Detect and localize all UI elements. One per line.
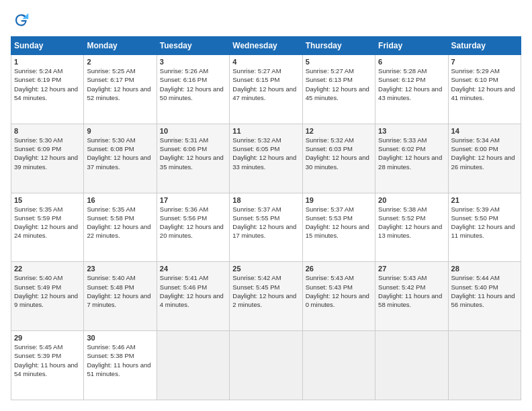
- calendar-cell: 17Sunrise: 5:36 AMSunset: 5:56 PMDayligh…: [157, 193, 229, 262]
- day-number: 21: [451, 196, 518, 204]
- calendar-cell: [302, 331, 375, 400]
- calendar-cell: 1Sunrise: 5:24 AMSunset: 6:19 PMDaylight…: [11, 55, 84, 124]
- day-number: 14: [451, 127, 518, 135]
- day-number: 29: [14, 334, 81, 342]
- calendar-cell: 10Sunrise: 5:31 AMSunset: 6:06 PMDayligh…: [157, 124, 229, 193]
- calendar-cell: 15Sunrise: 5:35 AMSunset: 5:59 PMDayligh…: [11, 193, 84, 262]
- calendar-cell: 24Sunrise: 5:41 AMSunset: 5:46 PMDayligh…: [157, 262, 229, 331]
- day-number: 6: [378, 58, 445, 66]
- day-number: 28: [451, 265, 518, 273]
- day-number: 9: [87, 127, 153, 135]
- day-info: Sunrise: 5:29 AMSunset: 6:10 PMDaylight:…: [451, 66, 518, 102]
- calendar-cell: [375, 331, 448, 400]
- day-number: 5: [306, 58, 372, 66]
- day-number: 12: [306, 127, 372, 135]
- day-number: 18: [232, 196, 299, 204]
- calendar-cell: 25Sunrise: 5:42 AMSunset: 5:45 PMDayligh…: [230, 262, 302, 331]
- weekday-header: Tuesday: [157, 37, 229, 55]
- logo: [11, 11, 32, 30]
- day-info: Sunrise: 5:32 AMSunset: 6:03 PMDaylight:…: [306, 136, 372, 171]
- day-info: Sunrise: 5:43 AMSunset: 5:42 PMDaylight:…: [378, 273, 445, 309]
- day-info: Sunrise: 5:24 AMSunset: 6:19 PMDaylight:…: [14, 66, 81, 102]
- day-number: 11: [232, 127, 299, 135]
- calendar-cell: 27Sunrise: 5:43 AMSunset: 5:42 PMDayligh…: [375, 262, 448, 331]
- day-number: 23: [87, 265, 153, 273]
- calendar-cell: [448, 331, 521, 400]
- day-info: Sunrise: 5:39 AMSunset: 5:50 PMDaylight:…: [451, 205, 518, 240]
- calendar-cell: 12Sunrise: 5:32 AMSunset: 6:03 PMDayligh…: [302, 124, 375, 193]
- calendar-cell: 11Sunrise: 5:32 AMSunset: 6:05 PMDayligh…: [230, 124, 302, 193]
- calendar-cell: 5Sunrise: 5:27 AMSunset: 6:13 PMDaylight…: [302, 55, 375, 124]
- day-info: Sunrise: 5:30 AMSunset: 6:08 PMDaylight:…: [87, 136, 153, 171]
- day-number: 25: [232, 265, 299, 273]
- day-info: Sunrise: 5:45 AMSunset: 5:39 PMDaylight:…: [14, 342, 81, 378]
- calendar-cell: 8Sunrise: 5:30 AMSunset: 6:09 PMDaylight…: [11, 124, 84, 193]
- calendar-table: SundayMondayTuesdayWednesdayThursdayFrid…: [11, 36, 521, 400]
- day-number: 26: [306, 265, 372, 273]
- calendar-cell: 6Sunrise: 5:28 AMSunset: 6:12 PMDaylight…: [375, 55, 448, 124]
- calendar-cell: [230, 331, 302, 400]
- calendar-cell: 16Sunrise: 5:35 AMSunset: 5:58 PMDayligh…: [84, 193, 157, 262]
- weekday-header: Wednesday: [230, 37, 302, 55]
- calendar-cell: 26Sunrise: 5:43 AMSunset: 5:43 PMDayligh…: [302, 262, 375, 331]
- day-number: 20: [378, 196, 445, 204]
- day-number: 1: [14, 58, 81, 66]
- day-info: Sunrise: 5:27 AMSunset: 6:13 PMDaylight:…: [306, 66, 372, 102]
- day-number: 8: [14, 127, 81, 135]
- day-number: 24: [160, 265, 226, 273]
- day-info: Sunrise: 5:41 AMSunset: 5:46 PMDaylight:…: [160, 273, 226, 309]
- calendar-cell: 13Sunrise: 5:33 AMSunset: 6:02 PMDayligh…: [375, 124, 448, 193]
- day-number: 13: [378, 127, 445, 135]
- calendar-cell: 18Sunrise: 5:37 AMSunset: 5:55 PMDayligh…: [230, 193, 302, 262]
- day-info: Sunrise: 5:40 AMSunset: 5:49 PMDaylight:…: [14, 273, 81, 309]
- calendar-cell: 23Sunrise: 5:40 AMSunset: 5:48 PMDayligh…: [84, 262, 157, 331]
- calendar-cell: [157, 331, 229, 400]
- day-info: Sunrise: 5:27 AMSunset: 6:15 PMDaylight:…: [232, 66, 299, 102]
- day-info: Sunrise: 5:31 AMSunset: 6:06 PMDaylight:…: [160, 136, 226, 171]
- day-info: Sunrise: 5:42 AMSunset: 5:45 PMDaylight:…: [232, 273, 299, 309]
- day-info: Sunrise: 5:28 AMSunset: 6:12 PMDaylight:…: [378, 66, 445, 102]
- day-number: 19: [306, 196, 372, 204]
- weekday-header: Sunday: [11, 37, 84, 55]
- calendar-cell: 3Sunrise: 5:26 AMSunset: 6:16 PMDaylight…: [157, 55, 229, 124]
- day-number: 3: [160, 58, 226, 66]
- day-number: 22: [14, 265, 81, 273]
- calendar-cell: 2Sunrise: 5:25 AMSunset: 6:17 PMDaylight…: [84, 55, 157, 124]
- day-info: Sunrise: 5:37 AMSunset: 5:55 PMDaylight:…: [232, 205, 299, 240]
- weekday-header: Monday: [84, 37, 157, 55]
- day-number: 7: [451, 58, 518, 66]
- day-info: Sunrise: 5:46 AMSunset: 5:38 PMDaylight:…: [87, 342, 153, 378]
- calendar-cell: 22Sunrise: 5:40 AMSunset: 5:49 PMDayligh…: [11, 262, 84, 331]
- day-info: Sunrise: 5:40 AMSunset: 5:48 PMDaylight:…: [87, 273, 153, 309]
- calendar-cell: 30Sunrise: 5:46 AMSunset: 5:38 PMDayligh…: [84, 331, 157, 400]
- day-number: 27: [378, 265, 445, 273]
- day-number: 2: [87, 58, 153, 66]
- calendar-cell: 7Sunrise: 5:29 AMSunset: 6:10 PMDaylight…: [448, 55, 521, 124]
- calendar-week-row: 22Sunrise: 5:40 AMSunset: 5:49 PMDayligh…: [11, 262, 521, 331]
- calendar-week-row: 8Sunrise: 5:30 AMSunset: 6:09 PMDaylight…: [11, 124, 521, 193]
- calendar-cell: 21Sunrise: 5:39 AMSunset: 5:50 PMDayligh…: [448, 193, 521, 262]
- day-info: Sunrise: 5:36 AMSunset: 5:56 PMDaylight:…: [160, 205, 226, 240]
- day-number: 15: [14, 196, 81, 204]
- weekday-header: Thursday: [302, 37, 375, 55]
- day-info: Sunrise: 5:32 AMSunset: 6:05 PMDaylight:…: [232, 136, 299, 171]
- day-info: Sunrise: 5:26 AMSunset: 6:16 PMDaylight:…: [160, 66, 226, 102]
- day-info: Sunrise: 5:33 AMSunset: 6:02 PMDaylight:…: [378, 136, 445, 171]
- day-info: Sunrise: 5:35 AMSunset: 5:58 PMDaylight:…: [87, 205, 153, 240]
- day-number: 10: [160, 127, 226, 135]
- calendar-cell: 19Sunrise: 5:37 AMSunset: 5:53 PMDayligh…: [302, 193, 375, 262]
- day-number: 30: [87, 334, 153, 342]
- calendar-cell: 4Sunrise: 5:27 AMSunset: 6:15 PMDaylight…: [230, 55, 302, 124]
- day-number: 17: [160, 196, 226, 204]
- day-info: Sunrise: 5:30 AMSunset: 6:09 PMDaylight:…: [14, 136, 81, 171]
- day-info: Sunrise: 5:43 AMSunset: 5:43 PMDaylight:…: [306, 273, 372, 309]
- day-info: Sunrise: 5:34 AMSunset: 6:00 PMDaylight:…: [451, 136, 518, 171]
- calendar-cell: 28Sunrise: 5:44 AMSunset: 5:40 PMDayligh…: [448, 262, 521, 331]
- calendar-cell: 20Sunrise: 5:38 AMSunset: 5:52 PMDayligh…: [375, 193, 448, 262]
- day-info: Sunrise: 5:35 AMSunset: 5:59 PMDaylight:…: [14, 205, 81, 240]
- weekday-header: Saturday: [448, 37, 521, 55]
- calendar-cell: 14Sunrise: 5:34 AMSunset: 6:00 PMDayligh…: [448, 124, 521, 193]
- day-info: Sunrise: 5:44 AMSunset: 5:40 PMDaylight:…: [451, 273, 518, 309]
- day-info: Sunrise: 5:38 AMSunset: 5:52 PMDaylight:…: [378, 205, 445, 240]
- calendar-cell: 9Sunrise: 5:30 AMSunset: 6:08 PMDaylight…: [84, 124, 157, 193]
